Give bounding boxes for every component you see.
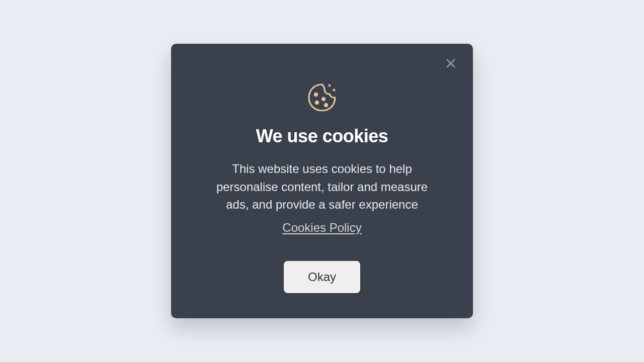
modal-title: We use cookies	[191, 126, 453, 147]
svg-point-7	[333, 89, 336, 92]
svg-point-2	[314, 94, 317, 96]
svg-point-3	[315, 102, 318, 104]
svg-point-5	[325, 104, 327, 107]
svg-point-4	[322, 98, 325, 101]
cookie-icon	[191, 81, 453, 114]
svg-point-6	[329, 84, 331, 87]
cookies-policy-link[interactable]: Cookies Policy	[282, 221, 361, 235]
cookie-consent-modal: We use cookies This website uses cookies…	[171, 44, 473, 318]
close-icon	[445, 58, 456, 70]
modal-description: This website uses cookies to help person…	[206, 160, 438, 214]
okay-button[interactable]: Okay	[284, 261, 360, 293]
close-button[interactable]	[444, 57, 458, 71]
